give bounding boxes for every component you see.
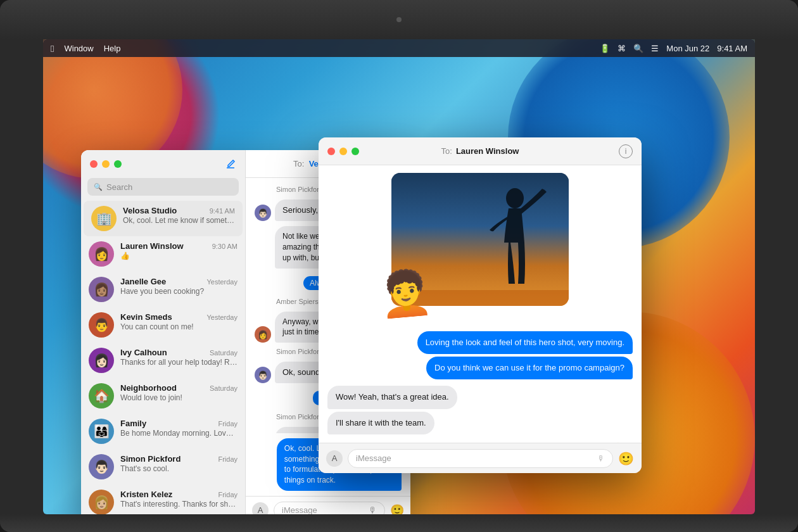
conv-time: 9:41 AM: [210, 207, 235, 215]
app-store-button-front[interactable]: A: [326, 450, 343, 467]
list-item[interactable]: 🏢 Velosa Studio 9:41 AM Ok, cool. Let me…: [84, 201, 243, 236]
message-avatar: 👨🏻: [255, 205, 271, 221]
conv-time: Friday: [218, 420, 238, 428]
top-bezel: [0, 0, 798, 39]
menubar-datetime: Mon Jun 22: [666, 44, 709, 53]
conv-time: 9:30 AM: [212, 243, 238, 250]
menubar-window[interactable]: Window: [64, 44, 93, 53]
menubar:  Window Help 🔋 ⌘ 🔍 ☰ Mon Jun 22 9:41 AM: [43, 39, 755, 57]
conv-content: Simon Pickford Friday That's so cool.: [120, 454, 238, 473]
outgoing-bubble-row-2: Do you think we can use it for the promo…: [327, 357, 633, 379]
message-avatar: 👨🏻: [255, 367, 271, 383]
conv-name: Lauren Winslow: [120, 241, 184, 251]
avatar: 👩🏼: [89, 490, 114, 514]
avatar: 👨: [89, 312, 114, 338]
svg-point-2: [506, 188, 524, 208]
front-messages: 🧑‍🦱 Loving the look and feel of this her…: [319, 165, 642, 443]
sidebar: 🔍 Search 🏢 Velosa Studio 9:41 AM Ok, coo…: [81, 150, 246, 514]
message-avatar: 👩: [255, 326, 271, 343]
incoming-messages-group: Wow! Yeah, that's a great idea. I'll sha…: [327, 386, 633, 434]
list-item[interactable]: 👨‍👩‍👧 Family Friday Be home Monday morni…: [81, 414, 245, 449]
menubar-help[interactable]: Help: [104, 44, 121, 53]
imessage-placeholder: iMessage: [282, 505, 317, 514]
battery-icon: 🔋: [600, 44, 610, 53]
avatar: 👩🏻: [89, 348, 114, 373]
conv-time: Yesterday: [206, 314, 238, 321]
conv-time: Saturday: [210, 384, 238, 392]
front-audio-icon: 🎙: [597, 454, 605, 463]
conv-preview: Would love to join!: [120, 393, 238, 402]
conv-header: Neighborhood Saturday: [120, 383, 238, 393]
conv-preview: 👍: [120, 251, 238, 260]
minimize-button[interactable]: [102, 160, 110, 168]
outgoing-message-1: Loving the look and feel of this hero sh…: [417, 331, 633, 354]
close-button-front[interactable]: [327, 148, 335, 155]
fullscreen-button[interactable]: [114, 160, 122, 168]
avatar: 👨‍👩‍👧: [89, 419, 114, 444]
conv-header: Ivy Calhoun Saturday: [120, 348, 238, 357]
list-item[interactable]: 👨🏻 Simon Pickford Friday That's so cool.: [81, 449, 245, 484]
conv-preview: Be home Monday morning. Love you all!: [120, 429, 238, 438]
close-button[interactable]: [90, 160, 98, 168]
conv-preview: Thanks for all your help today! Really a…: [120, 358, 238, 367]
fullscreen-button-front[interactable]: [352, 148, 359, 155]
left-bezel: [0, 39, 43, 514]
front-input-placeholder: iMessage: [356, 453, 391, 463]
conv-header: Janelle Gee Yesterday: [120, 277, 238, 286]
spotlight-icon[interactable]: 🔍: [633, 44, 643, 53]
messages-window-front: To: Lauren Winslow i: [319, 137, 642, 473]
audio-icon: 🎙: [369, 505, 377, 514]
conv-header: Kristen Kelez Friday: [120, 490, 238, 499]
chat-input-area: A iMessage 🎙 🙂: [246, 496, 410, 514]
app-store-button[interactable]: A: [252, 502, 269, 515]
info-button[interactable]: i: [619, 144, 633, 158]
conv-time: Friday: [218, 491, 238, 498]
control-center-icon[interactable]: ☰: [651, 44, 659, 53]
bottom-bezel: [0, 514, 798, 532]
list-item[interactable]: 👩🏻 Ivy Calhoun Saturday Thanks for all y…: [81, 343, 245, 378]
list-item[interactable]: 🏠 Neighborhood Saturday Would love to jo…: [81, 378, 245, 414]
imessage-input[interactable]: iMessage 🎙: [274, 502, 385, 515]
conv-content: Neighborhood Saturday Would love to join…: [120, 383, 238, 402]
apple-menu[interactable]: : [51, 43, 54, 54]
list-item[interactable]: 👩🏽 Janelle Gee Yesterday Have you been c…: [81, 272, 245, 307]
avatar: 🏠: [89, 383, 114, 408]
conv-preview: Ok, cool. Let me know if something comes…: [123, 216, 235, 225]
conv-content: Lauren Winslow 9:30 AM 👍: [120, 241, 238, 260]
conv-header: Simon Pickford Friday: [120, 454, 238, 464]
list-item[interactable]: 👩 Lauren Winslow 9:30 AM 👍: [81, 236, 245, 272]
conversation-list: 🏢 Velosa Studio 9:41 AM Ok, cool. Let me…: [81, 201, 245, 514]
conv-name: Janelle Gee: [120, 277, 166, 286]
avatar: 👩: [89, 241, 114, 267]
recipient-name: Lauren Winslow: [456, 146, 519, 156]
list-item[interactable]: 👩🏼 Kristen Kelez Friday That's interesti…: [81, 484, 245, 514]
front-recipient: To: Lauren Winslow: [441, 146, 519, 156]
compose-button[interactable]: [225, 158, 236, 170]
conv-content: Ivy Calhoun Saturday Thanks for all your…: [120, 348, 238, 367]
outgoing-message-2: Do you think we can use it for the promo…: [426, 357, 633, 379]
menubar-left:  Window Help: [51, 43, 600, 54]
conv-preview: That's interesting. Thanks for sharing.: [120, 500, 238, 509]
avatar: 👨🏻: [89, 454, 114, 479]
list-item[interactable]: 👨 Kevin Smeds Yesterday You can count on…: [81, 307, 245, 343]
outgoing-bubble-row-1: Loving the look and feel of this hero sh…: [327, 331, 633, 354]
front-emoji-button[interactable]: 🙂: [618, 451, 634, 466]
memoji-overlay: 🧑‍🦱: [377, 265, 435, 320]
conv-preview: Have you been cooking?: [120, 287, 238, 296]
emoji-button[interactable]: 🙂: [390, 504, 404, 515]
conv-time: Yesterday: [206, 278, 238, 286]
menubar-time: 9:41 AM: [717, 44, 747, 53]
wifi-icon: ⌘: [618, 44, 626, 53]
minimize-button-front[interactable]: [339, 148, 347, 155]
conv-content: Family Friday Be home Monday morning. Lo…: [120, 419, 238, 438]
hero-image-container: 🧑‍🦱: [391, 173, 569, 306]
camera: [396, 17, 402, 22]
conv-header: Kevin Smeds Yesterday: [120, 312, 238, 322]
conv-content: Kristen Kelez Friday That's interesting.…: [120, 490, 238, 509]
front-imessage-input[interactable]: iMessage 🎙: [348, 449, 613, 468]
conv-preview: You can count on me!: [120, 322, 238, 331]
conv-name: Neighborhood: [120, 383, 177, 393]
conv-content: Velosa Studio 9:41 AM Ok, cool. Let me k…: [123, 206, 235, 225]
incoming-message-1: Wow! Yeah, that's a great idea.: [327, 386, 457, 408]
search-bar[interactable]: 🔍 Search: [87, 178, 239, 196]
